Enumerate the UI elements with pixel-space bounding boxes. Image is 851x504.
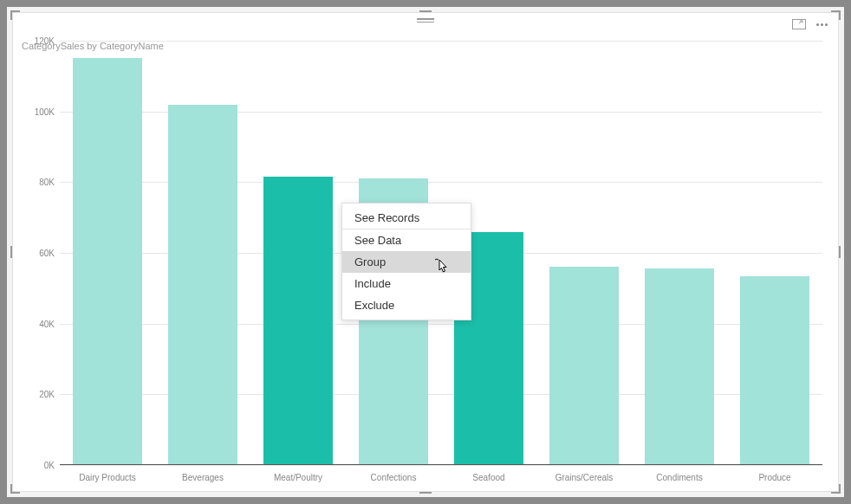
y-tick-label: 40K	[39, 319, 55, 328]
svg-rect-0	[793, 20, 806, 29]
focus-mode-icon[interactable]	[791, 18, 807, 30]
menu-item-include[interactable]: Include	[342, 273, 471, 294]
x-label: Beverages	[155, 473, 250, 482]
menu-item-see-data[interactable]: See Data	[342, 229, 471, 251]
y-axis: 0K20K40K60K80K100K120K	[29, 41, 58, 465]
bar-slot	[536, 41, 632, 465]
y-tick-label: 60K	[39, 249, 55, 258]
bar-produce[interactable]	[740, 276, 809, 465]
x-label: Confections	[346, 473, 441, 482]
bar-grains-cereals[interactable]	[549, 267, 618, 465]
menu-item-see-records[interactable]: See Records	[342, 207, 471, 229]
x-label: Grains/Cereals	[536, 473, 632, 482]
bar-condiments[interactable]	[645, 268, 713, 465]
visual-header	[13, 13, 838, 34]
bar-slot	[155, 41, 250, 465]
y-tick-label: 80K	[39, 178, 55, 187]
canvas-background: CategorySales by CategoryName 0K20K40K60…	[7, 7, 844, 497]
x-label: Seafood	[441, 473, 536, 482]
x-label: Condiments	[632, 473, 727, 482]
visual-actions	[791, 18, 829, 30]
more-options-icon[interactable]	[814, 18, 829, 30]
x-label: Produce	[727, 473, 822, 482]
gridline	[60, 465, 822, 466]
bar-meat-poultry[interactable]	[263, 177, 332, 465]
bar-slot	[727, 41, 822, 465]
bar-slot	[632, 41, 727, 465]
x-axis-line	[60, 464, 822, 465]
y-tick-label: 20K	[39, 390, 55, 399]
x-label: Meat/Poultry	[250, 473, 346, 482]
menu-item-group[interactable]: Group	[342, 251, 471, 273]
context-menu: See RecordsSee DataGroupIncludeExclude	[341, 203, 471, 320]
drag-grip-icon[interactable]	[417, 18, 434, 23]
bar-slot	[60, 41, 155, 465]
y-tick-label: 100K	[35, 107, 55, 116]
bar-slot	[250, 41, 346, 465]
menu-item-exclude[interactable]: Exclude	[342, 294, 471, 316]
y-tick-label: 0K	[44, 461, 55, 470]
bar-beverages[interactable]	[168, 105, 237, 466]
y-tick-label: 120K	[35, 36, 55, 46]
bar-dairy-products[interactable]	[73, 58, 141, 465]
x-axis: Dairy ProductsBeveragesMeat/PoultryConfe…	[60, 473, 822, 482]
x-label: Dairy Products	[60, 473, 155, 482]
